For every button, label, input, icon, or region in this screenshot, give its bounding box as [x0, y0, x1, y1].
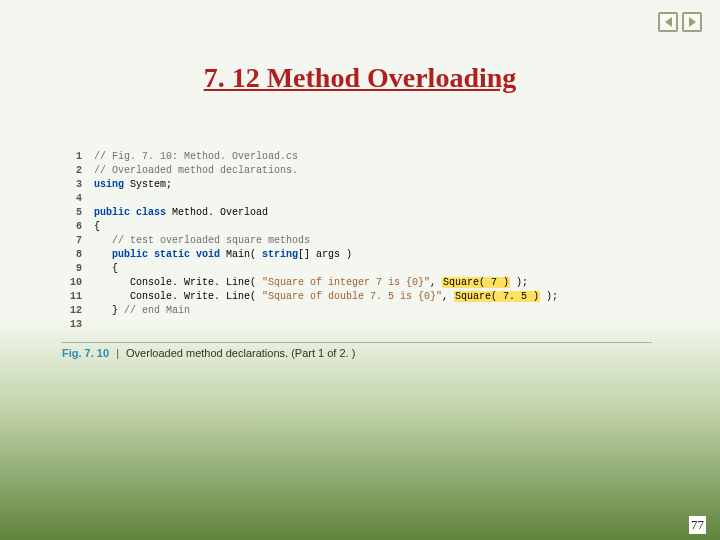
- line-number: 13: [62, 318, 82, 332]
- line-content: // test overloaded square methods: [94, 234, 310, 248]
- code-line: 3using System;: [62, 178, 652, 192]
- line-number: 2: [62, 164, 82, 178]
- code-line: 13: [62, 318, 652, 332]
- code-listing: 1// Fig. 7. 10: Method. Overload.cs2// O…: [62, 150, 652, 332]
- code-line: 12 } // end Main: [62, 304, 652, 318]
- line-number: 7: [62, 234, 82, 248]
- page-title: 7. 12 Method Overloading: [0, 62, 720, 94]
- line-number: 4: [62, 192, 82, 206]
- line-number: 11: [62, 290, 82, 304]
- next-button[interactable]: [682, 12, 702, 32]
- line-number: 9: [62, 262, 82, 276]
- code-line: 10 Console. Write. Line( "Square of inte…: [62, 276, 652, 290]
- line-number: 12: [62, 304, 82, 318]
- figure-separator: |: [116, 347, 119, 359]
- line-content: [94, 318, 100, 332]
- line-number: 10: [62, 276, 82, 290]
- triangle-left-icon: [665, 17, 672, 27]
- line-content: Console. Write. Line( "Square of integer…: [94, 276, 528, 290]
- line-content: // Fig. 7. 10: Method. Overload.cs: [94, 150, 298, 164]
- code-line: 6{: [62, 220, 652, 234]
- code-line: 5public class Method. Overload: [62, 206, 652, 220]
- code-figure: 1// Fig. 7. 10: Method. Overload.cs2// O…: [62, 150, 652, 359]
- line-number: 5: [62, 206, 82, 220]
- line-number: 1: [62, 150, 82, 164]
- line-content: // Overloaded method declarations.: [94, 164, 298, 178]
- line-number: 6: [62, 220, 82, 234]
- line-content: {: [94, 262, 118, 276]
- code-line: 8 public static void Main( string[] args…: [62, 248, 652, 262]
- line-content: Console. Write. Line( "Square of double …: [94, 290, 558, 304]
- line-number: 3: [62, 178, 82, 192]
- code-line: 2// Overloaded method declarations.: [62, 164, 652, 178]
- line-number: 8: [62, 248, 82, 262]
- code-line: 1// Fig. 7. 10: Method. Overload.cs: [62, 150, 652, 164]
- triangle-right-icon: [689, 17, 696, 27]
- figure-caption: Fig. 7. 10 | Overloaded method declarati…: [62, 342, 652, 359]
- code-line: 7 // test overloaded square methods: [62, 234, 652, 248]
- line-content: public static void Main( string[] args ): [94, 248, 352, 262]
- line-content: public class Method. Overload: [94, 206, 268, 220]
- figure-label: Fig. 7. 10: [62, 347, 109, 359]
- line-content: using System;: [94, 178, 172, 192]
- line-content: [94, 192, 100, 206]
- figure-caption-text: Overloaded method declarations. (Part 1 …: [126, 347, 355, 359]
- prev-button[interactable]: [658, 12, 678, 32]
- code-line: 9 {: [62, 262, 652, 276]
- page-number: 77: [689, 516, 706, 534]
- code-line: 11 Console. Write. Line( "Square of doub…: [62, 290, 652, 304]
- line-content: {: [94, 220, 100, 234]
- code-line: 4: [62, 192, 652, 206]
- line-content: } // end Main: [94, 304, 190, 318]
- nav-arrows: [658, 12, 702, 32]
